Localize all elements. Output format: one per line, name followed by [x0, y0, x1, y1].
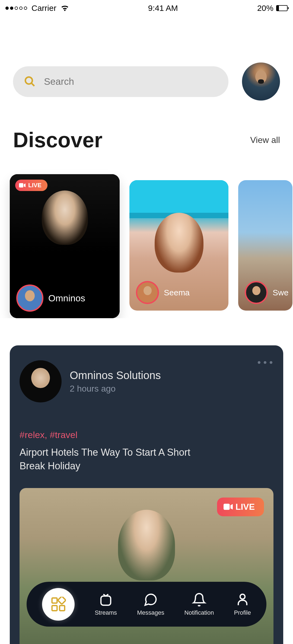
status-right: 20% — [257, 4, 288, 13]
card-name: Swe — [273, 288, 288, 297]
status-bar: Carrier 9:41 AM 20% — [0, 0, 293, 16]
discover-row[interactable]: LIVE Omninos Seema Swe — [0, 152, 293, 318]
streams-icon — [98, 592, 113, 607]
svg-rect-7 — [58, 597, 66, 604]
search-input[interactable] — [44, 76, 218, 87]
profile-icon — [235, 592, 250, 607]
video-icon — [224, 504, 233, 510]
nav-label: Streams — [95, 609, 117, 616]
svg-rect-8 — [101, 596, 111, 605]
battery-percentage: 20% — [257, 4, 273, 13]
feed-author-avatar[interactable] — [20, 360, 62, 402]
card-name: Omninos — [48, 293, 85, 304]
signal-strength-icon — [5, 7, 27, 10]
nav-streams-button[interactable]: Streams — [95, 592, 117, 616]
view-all-link[interactable]: View all — [250, 135, 280, 145]
more-options-button[interactable] — [258, 361, 272, 364]
svg-point-9 — [240, 594, 245, 599]
nav-notification-button[interactable]: Notification — [184, 592, 214, 616]
search-bar[interactable] — [13, 66, 228, 97]
bell-icon — [192, 592, 206, 607]
search-icon — [24, 76, 36, 87]
nav-label: Profile — [234, 609, 251, 616]
card-name: Seema — [164, 288, 190, 297]
discover-card-omninos[interactable]: LIVE Omninos — [10, 174, 120, 318]
discover-card-seema[interactable]: Seema — [129, 180, 228, 311]
bottom-nav: Streams Messages Notification Profile — [27, 582, 266, 627]
card-avatar — [136, 281, 159, 304]
profile-avatar[interactable] — [242, 62, 280, 101]
dashboard-icon — [51, 597, 66, 612]
discover-title: Discover — [13, 128, 103, 152]
discover-card-partial[interactable]: Swe — [238, 180, 292, 311]
nav-messages-button[interactable]: Messages — [137, 592, 164, 616]
messages-icon — [143, 592, 158, 607]
nav-label: Messages — [137, 609, 164, 616]
svg-line-1 — [31, 83, 34, 86]
feed-title: Airport Hotels The Way To Start A Short … — [20, 446, 210, 473]
nav-home-button[interactable] — [42, 588, 75, 621]
svg-rect-3 — [224, 504, 230, 510]
battery-icon — [276, 5, 288, 11]
status-left: Carrier — [5, 4, 69, 13]
nav-label: Notification — [184, 609, 214, 616]
video-icon — [19, 183, 26, 188]
nav-profile-button[interactable]: Profile — [234, 592, 251, 616]
live-badge: LIVE — [217, 498, 264, 516]
svg-rect-2 — [19, 183, 23, 187]
svg-point-0 — [26, 77, 33, 84]
feed-author: Omninos Solutions — [70, 369, 161, 382]
svg-rect-6 — [60, 605, 65, 611]
svg-rect-4 — [52, 598, 57, 603]
card-avatar — [245, 281, 268, 304]
live-badge: LIVE — [15, 180, 47, 191]
clock: 9:41 AM — [148, 4, 178, 13]
wifi-icon — [61, 5, 69, 11]
svg-rect-5 — [52, 605, 57, 611]
carrier-label: Carrier — [31, 4, 56, 13]
card-avatar — [16, 285, 43, 312]
feed-tags[interactable]: #relex, #travel — [20, 430, 273, 440]
feed-timestamp: 2 hours ago — [70, 384, 161, 394]
